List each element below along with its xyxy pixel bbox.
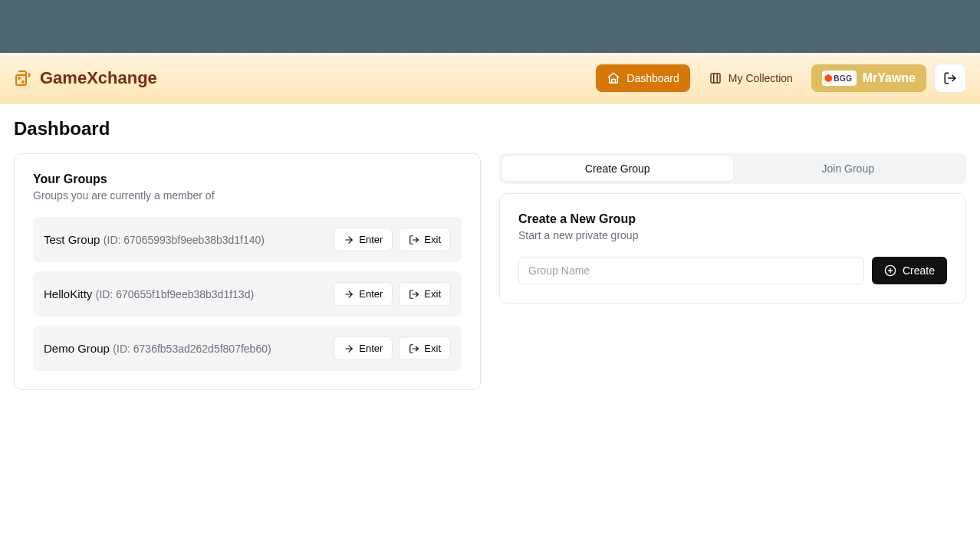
app-header: GameXchange Dashboard My Collection ⬢ BG… (0, 53, 980, 104)
group-id: (ID: 6736fb53ad262d5f807feb60) (113, 343, 271, 355)
your-groups-subtitle: Groups you are currently a member of (33, 189, 462, 202)
create-button[interactable]: Create (872, 257, 947, 284)
exit-button[interactable]: Exit (399, 336, 451, 360)
group-actions: EnterExit (334, 282, 451, 306)
tab-join-group[interactable]: Join Group (733, 156, 964, 181)
nav-dashboard-label: Dashboard (626, 72, 679, 84)
home-icon (607, 71, 620, 85)
enter-label: Enter (359, 343, 383, 354)
group-label: Test Group (ID: 67065993bf9eeb38b3d1f140… (44, 233, 265, 247)
arrow-right-icon (344, 289, 354, 300)
group-name-input[interactable] (518, 257, 864, 284)
group-label: Demo Group (ID: 6736fb53ad262d5f807feb60… (44, 342, 271, 356)
exit-button[interactable]: Exit (399, 282, 451, 306)
svg-point-1 (18, 77, 20, 79)
exit-button[interactable]: Exit (399, 228, 451, 251)
group-row: Demo Group (ID: 6736fb53ad262d5f807feb60… (33, 326, 462, 371)
group-row: HelloKitty (ID: 670655f1bf9eeb38b3d1f13d… (33, 271, 462, 317)
group-actions-panel: Create Group Join Group Create a New Gro… (499, 153, 966, 390)
groups-list: Test Group (ID: 67065993bf9eeb38b3d1f140… (33, 217, 462, 371)
logout-button[interactable] (934, 64, 966, 93)
create-group-subtitle: Start a new private group (518, 229, 947, 241)
exit-label: Exit (424, 343, 441, 354)
brand[interactable]: GameXchange (14, 68, 157, 88)
enter-button[interactable]: Enter (334, 228, 393, 251)
hexagon-icon: ⬢ (824, 73, 833, 84)
group-tabs: Create Group Join Group (499, 153, 966, 184)
group-actions: EnterExit (334, 228, 451, 251)
enter-label: Enter (359, 234, 383, 245)
group-name: Demo Group (44, 342, 110, 355)
svg-point-2 (22, 81, 24, 83)
exit-icon (409, 289, 419, 300)
nav-collection-label: My Collection (728, 72, 793, 84)
exit-label: Exit (424, 234, 441, 245)
page-title: Dashboard (14, 118, 966, 139)
group-name: HelloKitty (44, 287, 92, 300)
group-name: Test Group (44, 233, 100, 246)
group-row: Test Group (ID: 67065993bf9eeb38b3d1f140… (33, 217, 462, 262)
arrow-right-icon (344, 235, 354, 245)
your-groups-title: Your Groups (33, 172, 462, 186)
arrow-right-icon (344, 343, 354, 354)
create-group-title: Create a New Group (518, 212, 947, 226)
plus-circle-icon (884, 264, 896, 277)
group-id: (ID: 67065993bf9eeb38b3d1f140) (104, 234, 265, 246)
library-icon (709, 71, 722, 85)
page-content: Dashboard Your Groups Groups you are cur… (0, 104, 980, 404)
exit-icon (409, 343, 419, 354)
group-label: HelloKitty (ID: 670655f1bf9eeb38b3d1f13d… (44, 287, 254, 301)
dice-icon (14, 69, 32, 87)
svg-rect-0 (16, 75, 26, 85)
exit-label: Exit (424, 288, 441, 300)
enter-label: Enter (359, 288, 383, 300)
svg-rect-3 (711, 74, 720, 83)
nav-dashboard[interactable]: Dashboard (596, 64, 690, 92)
tab-create-group[interactable]: Create Group (502, 156, 733, 181)
nav-collection[interactable]: My Collection (698, 64, 804, 92)
logout-icon (943, 71, 957, 85)
exit-icon (409, 235, 419, 245)
group-id: (ID: 670655f1bf9eeb38b3d1f13d) (96, 288, 254, 300)
create-group-card: Create a New Group Start a new private g… (499, 193, 966, 304)
username-label: MrYawne (863, 71, 916, 85)
enter-button[interactable]: Enter (334, 336, 393, 360)
bgg-logo-text: BGG (834, 74, 852, 83)
your-groups-card: Your Groups Groups you are currently a m… (14, 153, 481, 390)
group-actions: EnterExit (334, 336, 451, 360)
main-nav: Dashboard My Collection ⬢ BGG MrYawne (596, 64, 966, 93)
bgg-user-badge[interactable]: ⬢ BGG MrYawne (811, 64, 926, 92)
enter-button[interactable]: Enter (334, 282, 393, 306)
bgg-logo: ⬢ BGG (822, 71, 857, 86)
create-button-label: Create (903, 264, 935, 277)
brand-name: GameXchange (40, 68, 157, 88)
top-band (0, 0, 980, 53)
